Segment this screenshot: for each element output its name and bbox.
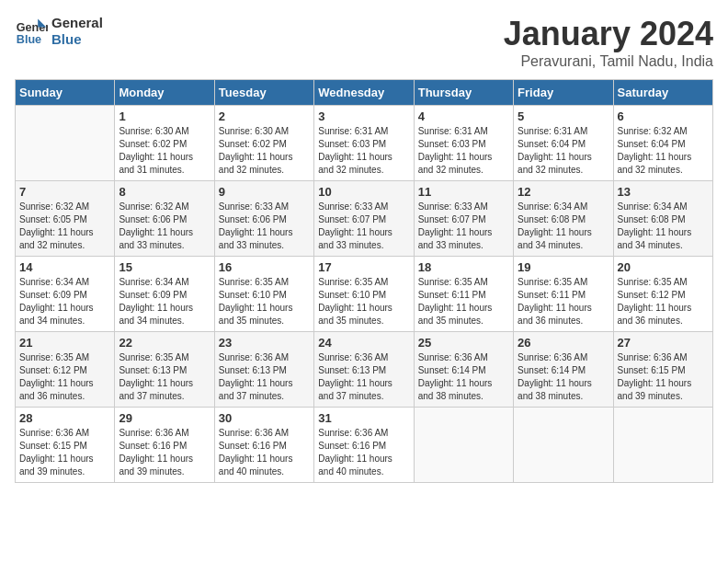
- day-detail: Sunrise: 6:35 AMSunset: 6:12 PMDaylight:…: [618, 276, 709, 327]
- day-number: 12: [518, 185, 609, 199]
- day-number: 9: [219, 185, 310, 199]
- calendar-cell: 16 Sunrise: 6:35 AMSunset: 6:10 PMDaylig…: [214, 257, 313, 332]
- day-detail: Sunrise: 6:35 AMSunset: 6:10 PMDaylight:…: [318, 276, 409, 327]
- day-detail: Sunrise: 6:30 AMSunset: 6:02 PMDaylight:…: [219, 125, 310, 177]
- day-detail: Sunrise: 6:36 AMSunset: 6:13 PMDaylight:…: [318, 351, 409, 403]
- day-number: 14: [19, 260, 110, 274]
- day-number: 20: [618, 260, 709, 274]
- header-day-saturday: Saturday: [613, 80, 712, 106]
- day-number: 13: [618, 185, 709, 199]
- calendar-cell: 8 Sunrise: 6:32 AMSunset: 6:06 PMDayligh…: [115, 181, 214, 257]
- calendar-cell: 10 Sunrise: 6:33 AMSunset: 6:07 PMDaylig…: [314, 181, 414, 257]
- week-row-1: 1 Sunrise: 6:30 AMSunset: 6:02 PMDayligh…: [16, 106, 713, 181]
- logo-icon: General Blue: [15, 15, 48, 48]
- day-detail: Sunrise: 6:36 AMSunset: 6:16 PMDaylight:…: [318, 427, 409, 478]
- calendar-cell: 18 Sunrise: 6:35 AMSunset: 6:11 PMDaylig…: [414, 257, 513, 332]
- header-day-monday: Monday: [115, 80, 214, 106]
- day-number: 28: [19, 411, 110, 425]
- day-detail: Sunrise: 6:33 AMSunset: 6:07 PMDaylight:…: [318, 201, 409, 252]
- day-detail: Sunrise: 6:36 AMSunset: 6:14 PMDaylight:…: [518, 351, 609, 403]
- day-number: 6: [618, 109, 709, 123]
- subtitle: Peravurani, Tamil Nadu, India: [504, 53, 713, 70]
- day-detail: Sunrise: 6:31 AMSunset: 6:03 PMDaylight:…: [418, 125, 509, 177]
- calendar-cell: 1 Sunrise: 6:30 AMSunset: 6:02 PMDayligh…: [115, 106, 214, 181]
- svg-text:Blue: Blue: [17, 33, 41, 46]
- title-section: January 2024 Peravurani, Tamil Nadu, Ind…: [504, 15, 713, 70]
- day-detail: Sunrise: 6:32 AMSunset: 6:04 PMDaylight:…: [618, 125, 709, 177]
- day-number: 11: [418, 185, 509, 199]
- day-detail: Sunrise: 6:36 AMSunset: 6:16 PMDaylight:…: [219, 427, 310, 478]
- day-detail: Sunrise: 6:31 AMSunset: 6:04 PMDaylight:…: [518, 125, 609, 177]
- day-number: 27: [618, 336, 709, 350]
- calendar-cell: 17 Sunrise: 6:35 AMSunset: 6:10 PMDaylig…: [314, 257, 414, 332]
- day-number: 21: [19, 336, 110, 350]
- day-detail: Sunrise: 6:36 AMSunset: 6:13 PMDaylight:…: [219, 351, 310, 403]
- day-detail: Sunrise: 6:35 AMSunset: 6:11 PMDaylight:…: [418, 276, 509, 327]
- day-detail: Sunrise: 6:32 AMSunset: 6:06 PMDaylight:…: [119, 201, 210, 252]
- day-detail: Sunrise: 6:36 AMSunset: 6:14 PMDaylight:…: [418, 351, 509, 403]
- header-day-wednesday: Wednesday: [314, 80, 414, 106]
- calendar-cell: [414, 408, 513, 483]
- day-number: 30: [219, 411, 310, 425]
- calendar-cell: 19 Sunrise: 6:35 AMSunset: 6:11 PMDaylig…: [514, 257, 613, 332]
- calendar-cell: 5 Sunrise: 6:31 AMSunset: 6:04 PMDayligh…: [514, 106, 613, 181]
- calendar-cell: 26 Sunrise: 6:36 AMSunset: 6:14 PMDaylig…: [514, 332, 613, 408]
- calendar-cell: 31 Sunrise: 6:36 AMSunset: 6:16 PMDaylig…: [314, 408, 414, 483]
- calendar-table: SundayMondayTuesdayWednesdayThursdayFrid…: [15, 79, 713, 483]
- day-detail: Sunrise: 6:31 AMSunset: 6:03 PMDaylight:…: [318, 125, 409, 177]
- day-detail: Sunrise: 6:36 AMSunset: 6:15 PMDaylight:…: [618, 351, 709, 403]
- calendar-cell: 3 Sunrise: 6:31 AMSunset: 6:03 PMDayligh…: [314, 106, 414, 181]
- day-number: 26: [518, 336, 609, 350]
- day-detail: Sunrise: 6:35 AMSunset: 6:10 PMDaylight:…: [219, 276, 310, 327]
- day-number: 22: [119, 336, 210, 350]
- calendar-cell: 13 Sunrise: 6:34 AMSunset: 6:08 PMDaylig…: [613, 181, 712, 257]
- day-number: 18: [418, 260, 509, 274]
- header-day-sunday: Sunday: [16, 80, 115, 106]
- day-number: 29: [119, 411, 210, 425]
- day-number: 1: [119, 109, 210, 123]
- week-row-2: 7 Sunrise: 6:32 AMSunset: 6:05 PMDayligh…: [16, 181, 713, 257]
- main-title: January 2024: [504, 15, 713, 53]
- day-number: 17: [318, 260, 409, 274]
- header: General Blue General Blue January 2024 P…: [15, 15, 713, 70]
- day-number: 10: [318, 185, 409, 199]
- calendar-cell: 25 Sunrise: 6:36 AMSunset: 6:14 PMDaylig…: [414, 332, 513, 408]
- day-detail: Sunrise: 6:36 AMSunset: 6:16 PMDaylight:…: [119, 427, 210, 478]
- day-detail: Sunrise: 6:30 AMSunset: 6:02 PMDaylight:…: [119, 125, 210, 177]
- day-detail: Sunrise: 6:36 AMSunset: 6:15 PMDaylight:…: [19, 427, 110, 478]
- calendar-cell: 15 Sunrise: 6:34 AMSunset: 6:09 PMDaylig…: [115, 257, 214, 332]
- logo-text: General Blue: [51, 15, 103, 48]
- day-number: 23: [219, 336, 310, 350]
- day-number: 24: [318, 336, 409, 350]
- calendar-cell: 6 Sunrise: 6:32 AMSunset: 6:04 PMDayligh…: [613, 106, 712, 181]
- day-detail: Sunrise: 6:32 AMSunset: 6:05 PMDaylight:…: [19, 201, 110, 252]
- calendar-cell: 21 Sunrise: 6:35 AMSunset: 6:12 PMDaylig…: [16, 332, 115, 408]
- day-number: 31: [318, 411, 409, 425]
- calendar-cell: 27 Sunrise: 6:36 AMSunset: 6:15 PMDaylig…: [613, 332, 712, 408]
- calendar-cell: 24 Sunrise: 6:36 AMSunset: 6:13 PMDaylig…: [314, 332, 414, 408]
- day-number: 15: [119, 260, 210, 274]
- day-detail: Sunrise: 6:34 AMSunset: 6:08 PMDaylight:…: [618, 201, 709, 252]
- header-day-friday: Friday: [514, 80, 613, 106]
- logo: General Blue General Blue: [15, 15, 103, 48]
- day-detail: Sunrise: 6:35 AMSunset: 6:13 PMDaylight:…: [119, 351, 210, 403]
- calendar-cell: 4 Sunrise: 6:31 AMSunset: 6:03 PMDayligh…: [414, 106, 513, 181]
- day-number: 5: [518, 109, 609, 123]
- calendar-cell: 14 Sunrise: 6:34 AMSunset: 6:09 PMDaylig…: [16, 257, 115, 332]
- week-row-4: 21 Sunrise: 6:35 AMSunset: 6:12 PMDaylig…: [16, 332, 713, 408]
- calendar-cell: 7 Sunrise: 6:32 AMSunset: 6:05 PMDayligh…: [16, 181, 115, 257]
- calendar-cell: 2 Sunrise: 6:30 AMSunset: 6:02 PMDayligh…: [214, 106, 313, 181]
- header-row: SundayMondayTuesdayWednesdayThursdayFrid…: [16, 80, 713, 106]
- calendar-cell: 9 Sunrise: 6:33 AMSunset: 6:06 PMDayligh…: [214, 181, 313, 257]
- calendar-cell: 28 Sunrise: 6:36 AMSunset: 6:15 PMDaylig…: [16, 408, 115, 483]
- calendar-cell: [613, 408, 712, 483]
- calendar-cell: 12 Sunrise: 6:34 AMSunset: 6:08 PMDaylig…: [514, 181, 613, 257]
- day-number: 25: [418, 336, 509, 350]
- day-detail: Sunrise: 6:35 AMSunset: 6:11 PMDaylight:…: [518, 276, 609, 327]
- day-detail: Sunrise: 6:35 AMSunset: 6:12 PMDaylight:…: [19, 351, 110, 403]
- calendar-cell: 22 Sunrise: 6:35 AMSunset: 6:13 PMDaylig…: [115, 332, 214, 408]
- day-number: 7: [19, 185, 110, 199]
- calendar-cell: 20 Sunrise: 6:35 AMSunset: 6:12 PMDaylig…: [613, 257, 712, 332]
- calendar-cell: [514, 408, 613, 483]
- header-day-thursday: Thursday: [414, 80, 513, 106]
